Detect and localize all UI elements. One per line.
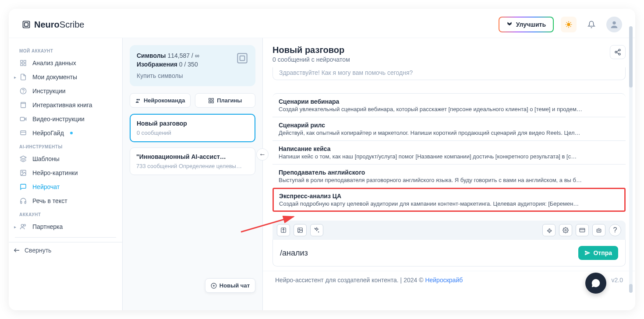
- suggestion-title: Сценарий рилс: [279, 122, 619, 129]
- extension-button[interactable]: [542, 224, 556, 236]
- svg-line-8: [570, 26, 571, 27]
- svg-rect-18: [21, 102, 26, 108]
- logo-icon: [22, 20, 31, 29]
- svg-point-26: [22, 172, 23, 173]
- footer-link[interactable]: Нейроскрайб: [425, 277, 463, 284]
- conversation-title: "Инновационный AI-ассист…: [136, 153, 249, 160]
- input-toolbar: ?: [272, 221, 626, 240]
- card-button[interactable]: [576, 224, 589, 236]
- settings-button[interactable]: [559, 224, 572, 236]
- suggestion-item[interactable]: Сценарий рилс Действуй, как опытный копи…: [272, 117, 626, 140]
- conversation-card[interactable]: "Инновационный AI-ассист… 733 сообщений …: [130, 147, 255, 175]
- conversation-subtitle: 733 сообщений Определение целевы…: [136, 163, 249, 169]
- sidebar-collapse-button[interactable]: Свернуть: [9, 242, 122, 258]
- sidebar-item-label: Мои документы: [32, 74, 77, 81]
- sidebar-item-guide[interactable]: НейроГайд: [15, 126, 116, 140]
- svg-rect-28: [25, 201, 26, 203]
- sidebar-item-book[interactable]: Интерактивная книга: [15, 98, 116, 112]
- image-button[interactable]: [294, 224, 307, 236]
- sidebar-item-instructions[interactable]: Инструкции: [15, 84, 116, 98]
- svg-line-47: [617, 53, 619, 54]
- tab-label: Нейрокоманда: [144, 97, 185, 104]
- sidebar-item-documents[interactable]: ▸ Мои документы: [15, 70, 116, 84]
- footer-text: Нейро-ассистент для создателей контента.…: [275, 277, 425, 284]
- svg-point-35: [138, 98, 140, 100]
- svg-marker-24: [20, 156, 26, 159]
- chat-area: Новый разговор 0 сообщений с нейрочатом …: [263, 38, 635, 310]
- sidebar-item-analytics[interactable]: Анализ данных: [15, 56, 116, 70]
- message-input-container: Отпра: [272, 240, 626, 266]
- symbols-value: 114,587 / ∞: [167, 52, 199, 59]
- symbols-label: Символы: [137, 52, 166, 59]
- logo[interactable]: NeuroScribe: [22, 20, 85, 30]
- send-button[interactable]: Отпра: [578, 246, 618, 260]
- chat-title: Новый разговор: [272, 45, 350, 55]
- upgrade-button[interactable]: Улучшить: [499, 17, 554, 32]
- svg-point-52: [565, 229, 566, 231]
- svg-line-46: [617, 50, 619, 52]
- support-fab[interactable]: [585, 273, 606, 294]
- theme-toggle-button[interactable]: [561, 17, 577, 32]
- sidebar-item-images[interactable]: Нейро-картинки: [15, 166, 116, 180]
- svg-point-34: [136, 98, 138, 100]
- suggestion-title: Экспресс-анализ ЦА: [279, 193, 619, 200]
- panel-collapse-handle[interactable]: ←: [256, 148, 269, 161]
- sidebar: МОЙ АККАУНТ Анализ данных ▸ Мои документ…: [9, 38, 123, 310]
- logo-text-light: Scribe: [60, 20, 85, 29]
- svg-point-44: [615, 51, 617, 53]
- svg-rect-37: [212, 98, 213, 100]
- avatar[interactable]: [606, 17, 622, 32]
- tab-team[interactable]: Нейрокоманда: [130, 93, 191, 108]
- headphones-icon: [19, 197, 27, 204]
- conversation-card[interactable]: Новый разговор 0 сообщений: [130, 114, 255, 142]
- svg-rect-15: [24, 63, 26, 66]
- svg-rect-20: [20, 117, 24, 121]
- magic-button[interactable]: [310, 224, 323, 236]
- svg-point-43: [619, 49, 620, 51]
- svg-rect-39: [212, 101, 213, 103]
- sidebar-item-chat[interactable]: Нейрочат: [15, 180, 116, 194]
- grid-icon: [19, 60, 27, 67]
- scrollbar-thumb[interactable]: [629, 26, 633, 88]
- suggestion-title: Сценарии вебинара: [279, 98, 619, 105]
- page-scrollbar[interactable]: [629, 26, 633, 293]
- svg-point-2: [567, 23, 570, 26]
- sidebar-item-label: Интерактивная книга: [32, 102, 92, 109]
- notifications-button[interactable]: [584, 17, 599, 32]
- message-input[interactable]: [280, 249, 578, 258]
- image-icon: [19, 169, 27, 176]
- version-label: v2.0: [612, 277, 623, 284]
- sidebar-item-label: Нейрочат: [32, 183, 60, 190]
- share-button[interactable]: [610, 45, 626, 59]
- attach-button[interactable]: [277, 224, 290, 236]
- svg-point-56: [598, 231, 598, 231]
- svg-rect-27: [21, 201, 22, 203]
- suggestion-desc: Создай увлекательный сценарий вебинара, …: [279, 106, 619, 112]
- svg-line-9: [566, 26, 567, 27]
- help-button[interactable]: ?: [609, 224, 621, 236]
- suggestion-item-highlighted[interactable]: Экспресс-анализ ЦА Создай подробную карт…: [272, 188, 626, 212]
- images-label: Изображения: [137, 61, 177, 68]
- images-value: 0 / 350: [179, 61, 198, 68]
- suggestion-desc: Создай подробную карту целевой аудитории…: [279, 200, 619, 207]
- suggestion-item[interactable]: Преподаватель английского Выступай в рол…: [272, 164, 626, 188]
- sidebar-item-speech[interactable]: Речь в текст: [15, 194, 116, 208]
- bot-button[interactable]: [592, 224, 605, 236]
- suggestion-item[interactable]: Сценарии вебинара Создай увлекательный с…: [272, 93, 626, 117]
- sidebar-item-partner[interactable]: ▸ Партнерка: [15, 220, 116, 234]
- sidebar-item-templates[interactable]: Шаблоны: [15, 152, 116, 166]
- tab-plugins[interactable]: Плагины: [195, 93, 256, 108]
- svg-rect-0: [23, 21, 30, 28]
- scrollbar-thumb[interactable]: [629, 284, 633, 293]
- new-chat-button[interactable]: Новый чат: [205, 278, 255, 293]
- sidebar-section-tools: AI-ИНСТРУМЕНТЫ: [15, 140, 116, 152]
- video-icon: [19, 116, 27, 123]
- buy-symbols-link[interactable]: Купить символы: [137, 72, 183, 79]
- svg-rect-38: [209, 101, 211, 103]
- chat-icon: [19, 183, 27, 190]
- sidebar-item-label: Видео-инструкции: [32, 116, 85, 123]
- svg-rect-13: [24, 60, 26, 63]
- svg-line-10: [570, 22, 571, 23]
- sidebar-item-video[interactable]: Видео-инструкции: [15, 112, 116, 126]
- suggestion-item[interactable]: Написание кейса Напиши кейс о том, как н…: [272, 140, 626, 164]
